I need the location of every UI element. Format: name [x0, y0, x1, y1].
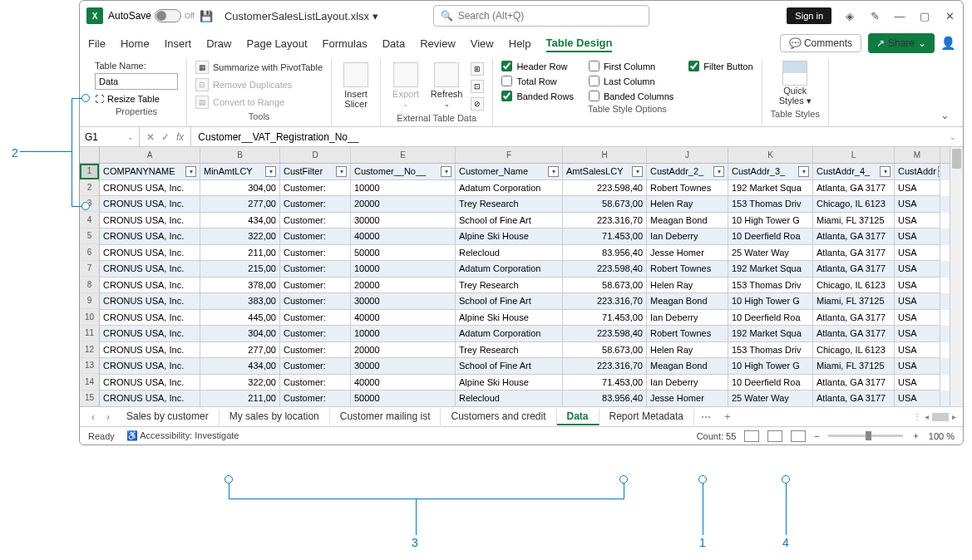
resize-table-button[interactable]: ⛶Resize Table	[95, 94, 178, 104]
row-header[interactable]: 10	[80, 309, 99, 326]
diamond-icon[interactable]: ◈	[843, 9, 856, 22]
cell[interactable]: USA	[895, 261, 940, 278]
cell[interactable]: Atlanta, GA 3177	[813, 375, 895, 391]
table-header-cell[interactable]: CustFilter▾	[280, 164, 351, 180]
cell[interactable]: 223.598,40	[563, 180, 647, 197]
cell[interactable]: Adatum Corporation	[456, 326, 563, 342]
cell[interactable]: 211,00	[200, 245, 280, 262]
cell[interactable]: USA	[895, 375, 940, 391]
cell[interactable]: 378,00	[200, 278, 280, 294]
row-header[interactable]: 9	[80, 293, 99, 310]
cell[interactable]: 20000	[351, 196, 456, 213]
menu-help[interactable]: Help	[509, 36, 531, 52]
cell[interactable]: 71.453,00	[563, 228, 647, 245]
filename[interactable]: CustomerSalesListLayout.xlsx ▾	[224, 10, 378, 22]
col-header[interactable]: B	[200, 147, 280, 163]
cell[interactable]: 434,00	[200, 213, 280, 229]
people-icon[interactable]: 👤	[941, 37, 955, 50]
cell[interactable]: 30000	[351, 358, 456, 375]
col-header[interactable]: D	[280, 147, 351, 163]
cell[interactable]: Relecloud	[456, 391, 563, 406]
view-pagebreak-icon[interactable]	[791, 430, 806, 442]
table-body[interactable]: COMPANYNAME▾MinAmtLCY▾CustFilter▾Custome…	[100, 164, 950, 406]
sheet-tab[interactable]: Data	[557, 409, 599, 425]
summarize-pivot-button[interactable]: ▦Summarize with PivotTable	[195, 61, 323, 74]
collapse-ribbon-icon[interactable]: ⌄	[940, 59, 956, 126]
check-header-row[interactable]: Header Row	[501, 61, 574, 71]
cell[interactable]: Customer:	[280, 180, 351, 197]
view-normal-icon[interactable]	[744, 430, 759, 442]
cell[interactable]: CRONUS USA, Inc.	[100, 326, 200, 342]
filter-icon[interactable]: ▾	[441, 166, 451, 177]
cell[interactable]: USA	[895, 228, 940, 245]
cell[interactable]: 71.453,00	[563, 375, 647, 391]
menu-home[interactable]: Home	[121, 36, 150, 52]
cell[interactable]: 304,00	[200, 326, 280, 342]
cell[interactable]: Customer:	[280, 196, 351, 213]
cell[interactable]: 83.956,40	[563, 245, 647, 262]
pen-icon[interactable]: ✎	[868, 9, 881, 22]
cell[interactable]: 10 High Tower G	[728, 358, 813, 375]
cell[interactable]: 10 Deerfield Roa	[728, 310, 813, 327]
menu-draw[interactable]: Draw	[206, 36, 231, 52]
filter-icon[interactable]: ▾	[632, 166, 643, 177]
col-header[interactable]: H	[563, 147, 647, 163]
filter-icon[interactable]: ▾	[185, 166, 196, 177]
ext-icon-1[interactable]: ⊞	[471, 62, 484, 76]
tab-nav-prev-icon[interactable]: ‹	[86, 411, 100, 423]
autosave-toggle[interactable]: AutoSave Off	[108, 9, 195, 22]
col-header[interactable]: M	[895, 147, 940, 163]
cell[interactable]: 83.956,40	[563, 391, 647, 406]
col-header[interactable]: J	[647, 147, 728, 163]
cell[interactable]: 322,00	[200, 375, 280, 391]
cell[interactable]: CRONUS USA, Inc.	[100, 261, 200, 278]
sheet-tab[interactable]: Sales by customer	[116, 409, 220, 425]
cell[interactable]: School of Fine Art	[456, 293, 563, 310]
table-header-cell[interactable]: COMPANYNAME▾	[100, 164, 200, 180]
cell[interactable]: Atlanta, GA 3177	[813, 245, 895, 262]
cell[interactable]: 30000	[351, 213, 456, 229]
cell[interactable]: USA	[895, 391, 940, 406]
cell[interactable]: 223.316,70	[563, 213, 647, 229]
cell[interactable]: Chicago, IL 6123	[813, 342, 895, 359]
status-accessibility[interactable]: ♿ Accessibility: Investigate	[126, 430, 239, 441]
cell[interactable]: Adatum Corporation	[456, 261, 563, 278]
table-row[interactable]: CRONUS USA, Inc.304,00Customer:10000Adat…	[100, 180, 950, 197]
table-row[interactable]: CRONUS USA, Inc.434,00Customer:30000Scho…	[100, 213, 950, 229]
table-header-cell[interactable]: Customer__No__▾	[351, 164, 456, 180]
table-row[interactable]: CRONUS USA, Inc.434,00Customer:30000Scho…	[100, 358, 950, 375]
col-header[interactable]: A	[100, 147, 200, 163]
insert-slicer-button[interactable]: Insert Slicer	[340, 61, 372, 111]
cell[interactable]: 10 Deerfield Roa	[728, 228, 813, 245]
row-header[interactable]: 12	[80, 341, 99, 358]
cell[interactable]: CRONUS USA, Inc.	[100, 375, 200, 391]
cell[interactable]: Jesse Homer	[647, 245, 728, 262]
formula-input[interactable]: Customer__VAT_Registration_No__⌄	[191, 127, 963, 146]
cell[interactable]: Alpine Ski House	[456, 310, 563, 327]
cell[interactable]: USA	[895, 342, 940, 359]
remove-duplicates-button[interactable]: ⊟Remove Duplicates	[195, 78, 323, 91]
cell[interactable]: Meagan Bond	[647, 293, 728, 310]
close-icon[interactable]: ✕	[943, 9, 956, 22]
menu-file[interactable]: File	[88, 36, 106, 52]
zoom-value[interactable]: 100 %	[929, 431, 955, 441]
col-header[interactable]: E	[351, 147, 456, 163]
maximize-icon[interactable]: ▢	[918, 9, 931, 22]
cell[interactable]: 58.673,00	[563, 342, 647, 359]
table-row[interactable]: CRONUS USA, Inc.378,00Customer:20000Trey…	[100, 278, 950, 294]
cell[interactable]: 277,00	[200, 196, 280, 213]
cell[interactable]: 20000	[351, 278, 456, 294]
cell[interactable]: 50000	[351, 391, 456, 406]
zoom-slider[interactable]	[828, 435, 903, 437]
cell[interactable]: CRONUS USA, Inc.	[100, 278, 200, 294]
check-total-row[interactable]: Total Row	[501, 76, 574, 86]
cell[interactable]: USA	[895, 358, 940, 375]
cell[interactable]: 40000	[351, 375, 456, 391]
col-header[interactable]: L	[813, 147, 895, 163]
cell[interactable]: Customer:	[280, 261, 351, 278]
cell[interactable]: Atlanta, GA 3177	[813, 326, 895, 342]
cell[interactable]: USA	[895, 245, 940, 262]
table-row[interactable]: CRONUS USA, Inc.322,00Customer:40000Alpi…	[100, 228, 950, 245]
table-header-cell[interactable]: CustAddr_2_▾	[647, 164, 728, 180]
cell[interactable]: CRONUS USA, Inc.	[100, 196, 200, 213]
